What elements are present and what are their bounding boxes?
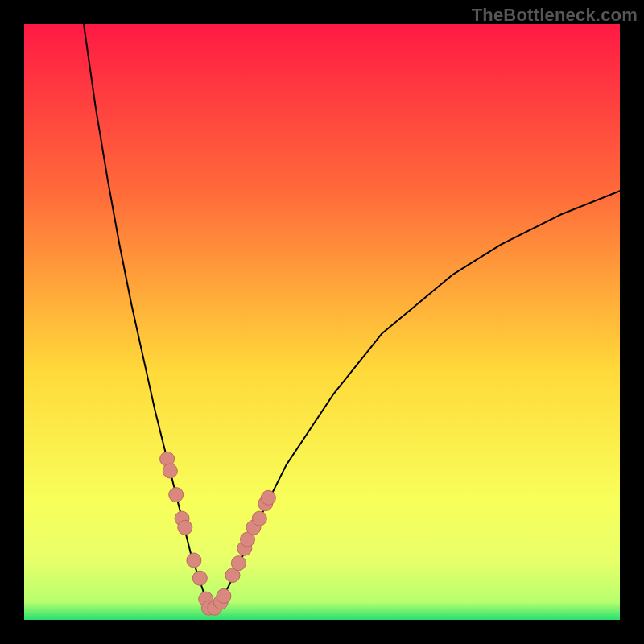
curve-marker [261,490,275,505]
plot-area [24,24,620,620]
gradient-background [24,24,620,620]
curve-marker [178,520,192,535]
curve-marker [252,511,266,526]
curve-marker [192,571,207,585]
curve-marker [187,553,201,568]
watermark-label: TheBottleneck.com [472,5,638,26]
curve-marker [163,464,177,478]
curve-marker [217,588,231,603]
chart-frame: TheBottleneck.com [0,0,644,644]
plot-svg [24,24,620,620]
curve-marker [169,488,184,502]
curve-marker [231,556,246,571]
